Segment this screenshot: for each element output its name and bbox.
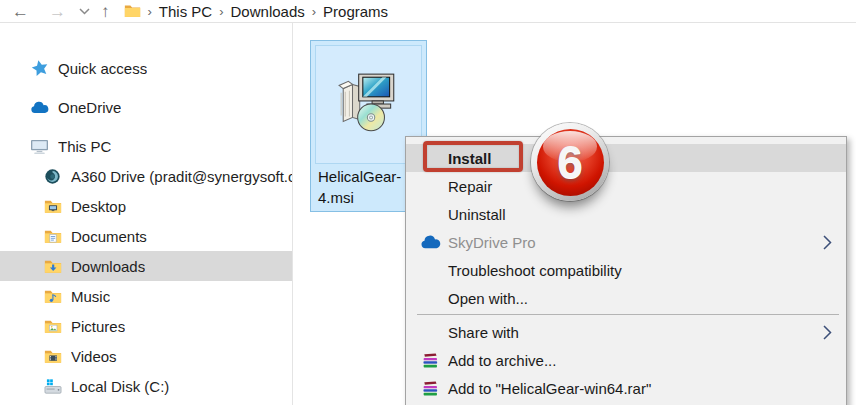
menu-item-add-to-archive[interactable]: Add to archive... bbox=[406, 346, 846, 374]
toolbar: ← → ↑ › This PC › Downloads › Programs bbox=[0, 0, 856, 23]
sidebar-item-local-disk[interactable]: Local Disk (C:) bbox=[0, 371, 292, 401]
local-disk-icon bbox=[43, 377, 62, 396]
menu-item-label: Add to "HelicalGear-win64.rar" bbox=[448, 380, 651, 397]
step-number: 6 bbox=[557, 135, 583, 189]
menu-item-label: Open with... bbox=[448, 290, 528, 307]
menu-item-label: Uninstall bbox=[448, 206, 506, 223]
breadcrumb-programs[interactable]: Programs bbox=[323, 3, 388, 20]
sidebar-item-desktop[interactable]: Desktop bbox=[0, 191, 292, 221]
a360-drive-icon bbox=[43, 167, 62, 186]
cloud-icon bbox=[30, 98, 49, 117]
back-icon[interactable]: ← bbox=[12, 3, 29, 20]
forward-icon[interactable]: → bbox=[49, 3, 66, 20]
menu-item-repair[interactable]: Repair bbox=[406, 172, 846, 200]
up-icon[interactable]: ↑ bbox=[101, 3, 110, 20]
step-number-badge: 6 bbox=[531, 123, 609, 201]
folder-icon bbox=[124, 4, 141, 18]
chevron-down-icon[interactable] bbox=[79, 8, 90, 15]
sidebar-item-label: Quick access bbox=[58, 60, 147, 77]
music-folder-icon bbox=[43, 287, 62, 306]
desktop-folder-icon bbox=[43, 197, 62, 216]
menu-separator bbox=[417, 314, 839, 315]
sidebar-item-label: Downloads bbox=[71, 258, 145, 275]
menu-item-label: Troubleshoot compatibility bbox=[448, 262, 622, 279]
chevron-right-icon bbox=[823, 235, 832, 250]
sidebar-item-label: Desktop bbox=[71, 198, 126, 215]
sidebar-item-documents[interactable]: Documents bbox=[0, 221, 292, 251]
step-number-badge-face: 6 bbox=[537, 129, 604, 196]
downloads-folder-icon bbox=[43, 257, 62, 276]
menu-item-troubleshoot-compatibility[interactable]: Troubleshoot compatibility bbox=[406, 256, 846, 284]
menu-item-uninstall[interactable]: Uninstall bbox=[406, 200, 846, 228]
breadcrumb-separator: › bbox=[219, 4, 223, 19]
menu-item-label: Add to archive... bbox=[448, 352, 556, 369]
menu-item-label: Share with bbox=[448, 324, 519, 341]
sidebar-item-label: Pictures bbox=[71, 318, 125, 335]
sidebar-item-label: OneDrive bbox=[58, 99, 121, 116]
breadcrumb-separator: › bbox=[148, 4, 152, 19]
chevron-right-icon bbox=[823, 325, 832, 340]
sidebar-item-label: Local Disk (C:) bbox=[71, 378, 169, 395]
sidebar-item-label: Music bbox=[71, 288, 110, 305]
documents-folder-icon bbox=[43, 227, 62, 246]
sidebar-item-pictures[interactable]: Pictures bbox=[0, 311, 292, 341]
pictures-folder-icon bbox=[43, 317, 62, 336]
winrar-icon bbox=[419, 349, 441, 371]
sidebar-item-a360-drive[interactable]: A360 Drive (pradit@synergysoft.cc bbox=[0, 161, 292, 191]
menu-item-skydrive-pro[interactable]: SkyDrive Pro bbox=[406, 228, 846, 256]
sidebar-item-label: A360 Drive (pradit@synergysoft.cc bbox=[71, 168, 292, 185]
breadcrumb-this-pc[interactable]: This PC bbox=[159, 3, 212, 20]
videos-folder-icon bbox=[43, 347, 62, 366]
navigation-pane: Quick access OneDrive This PC A360 Drive… bbox=[0, 23, 293, 405]
sidebar-item-videos[interactable]: Videos bbox=[0, 341, 292, 371]
sidebar-item-downloads[interactable]: Downloads bbox=[0, 251, 292, 281]
menu-item-open-with[interactable]: Open with... bbox=[406, 284, 846, 312]
sidebar-item-music[interactable]: Music bbox=[0, 281, 292, 311]
msi-installer-icon bbox=[336, 72, 402, 138]
sidebar-item-quick-access[interactable]: Quick access bbox=[0, 53, 292, 83]
star-icon bbox=[30, 59, 49, 78]
menu-item-label: SkyDrive Pro bbox=[448, 234, 536, 251]
sidebar-item-label: This PC bbox=[58, 138, 111, 155]
computer-icon bbox=[30, 137, 49, 156]
sidebar-item-this-pc[interactable]: This PC bbox=[0, 131, 292, 161]
annotation-highlight-box bbox=[423, 141, 523, 172]
skydrive-cloud-icon bbox=[419, 231, 441, 253]
menu-item-share-with[interactable]: Share with bbox=[406, 318, 846, 346]
menu-item-label: Repair bbox=[448, 178, 492, 195]
sidebar-item-label: Videos bbox=[71, 348, 117, 365]
menu-item-add-to-named-archive[interactable]: Add to "HelicalGear-win64.rar" bbox=[406, 374, 846, 402]
context-menu: Install Repair Uninstall SkyDrive Pro Tr… bbox=[405, 136, 847, 405]
sidebar-item-onedrive[interactable]: OneDrive bbox=[0, 92, 292, 122]
breadcrumb-downloads[interactable]: Downloads bbox=[231, 3, 305, 20]
breadcrumb-separator: › bbox=[312, 4, 316, 19]
sidebar-item-label: Documents bbox=[71, 228, 147, 245]
winrar-icon bbox=[419, 377, 441, 399]
